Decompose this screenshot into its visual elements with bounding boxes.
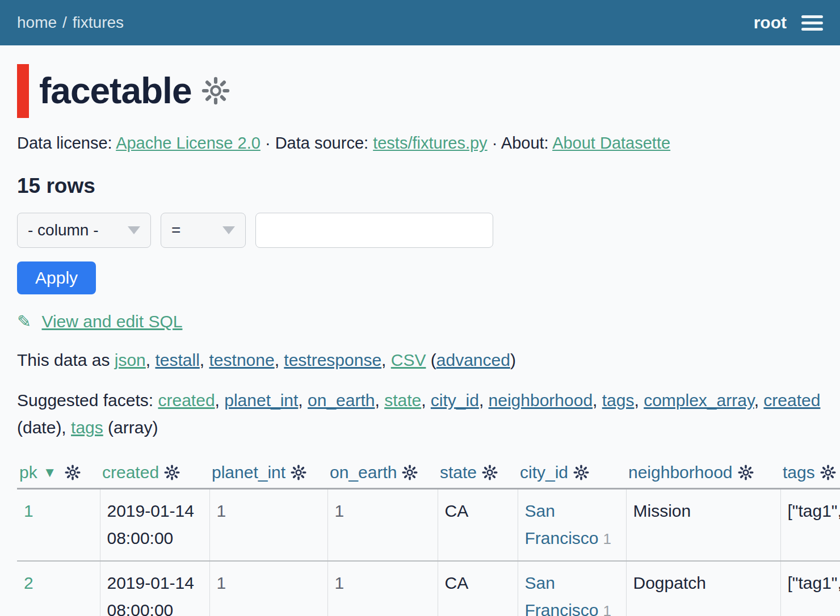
column-gear-icon-planet_int[interactable] xyxy=(290,464,307,481)
export-link-testall[interactable]: testall xyxy=(155,351,199,369)
column-header-neighborhood: neighborhood xyxy=(626,458,780,489)
apply-button[interactable]: Apply xyxy=(17,261,96,294)
cell-text-state: CA xyxy=(445,573,469,592)
cell-planet_int: 1 xyxy=(209,489,327,562)
column-header-planet_int: planet_int xyxy=(209,458,327,489)
facet-link-state[interactable]: state xyxy=(384,391,421,410)
cell-tags: ["tag1", "tag2"] xyxy=(780,489,840,562)
breadcrumb-fixtures-link[interactable]: fixtures xyxy=(73,14,124,32)
table-row: 22019-01-14 08:00:0011CASan Francisco1Do… xyxy=(17,561,840,616)
column-gear-icon-created[interactable] xyxy=(163,464,180,481)
cell-tags: ["tag1", "tag3"] xyxy=(780,561,840,616)
cell-created: 2019-01-14 08:00:00 xyxy=(100,561,209,616)
filter-operator-value: = xyxy=(171,221,180,239)
topbar: home / fixtures root xyxy=(0,0,840,45)
breadcrumb-home-link[interactable]: home xyxy=(17,14,57,32)
chevron-down-icon xyxy=(128,226,140,234)
facet-link-on_earth[interactable]: on_earth xyxy=(308,391,375,410)
export-line: This data as json, testall, testnone, te… xyxy=(17,351,823,370)
table-row: 12019-01-14 08:00:0011CASan Francisco1Mi… xyxy=(17,489,840,562)
facet-link-created[interactable]: created xyxy=(158,391,215,410)
export-link-csv[interactable]: CSV xyxy=(391,351,426,369)
facet-link-tags[interactable]: tags xyxy=(71,418,103,437)
pencil-icon: ✎ xyxy=(17,312,31,331)
column-sort-link-tags[interactable]: tags xyxy=(783,463,815,482)
cell-text-state: CA xyxy=(445,501,469,520)
column-sort-link-planet_int[interactable]: planet_int xyxy=(212,463,285,482)
column-gear-icon-neighborhood[interactable] xyxy=(737,464,754,481)
column-sort-link-created[interactable]: created xyxy=(102,463,159,482)
column-header-pk: pk▼ xyxy=(17,458,100,489)
column-sort-link-neighborhood[interactable]: neighborhood xyxy=(628,463,733,482)
cell-text-tags: ["tag1", "tag3"] xyxy=(788,573,840,592)
filter-column-select[interactable]: - column - xyxy=(17,213,151,248)
source-link[interactable]: tests/fixtures.py xyxy=(373,134,487,152)
facet-link-complex_array[interactable]: complex_array xyxy=(644,391,754,410)
cell-count-suffix: 1 xyxy=(603,530,611,547)
source-label: Data source: xyxy=(275,134,368,152)
cell-state: CA xyxy=(438,489,518,562)
breadcrumb-separator: / xyxy=(62,14,67,32)
facet-link-city_id[interactable]: city_id xyxy=(431,391,479,410)
export-link-testresponse[interactable]: testresponse xyxy=(284,351,381,369)
cell-on_earth: 1 xyxy=(327,561,438,616)
cell-state: CA xyxy=(438,561,518,616)
cell-text-planet_int: 1 xyxy=(217,501,226,520)
facet-link-neighborhood[interactable]: neighborhood xyxy=(489,391,593,410)
cell-text-neighborhood: Mission xyxy=(633,501,691,520)
export-link-json[interactable]: json xyxy=(115,351,146,369)
dot-separator: · xyxy=(265,134,271,152)
column-header-state: state xyxy=(438,458,518,489)
column-gear-icon-pk[interactable] xyxy=(64,464,81,481)
column-sort-link-city_id[interactable]: city_id xyxy=(520,463,568,482)
filter-operator-select[interactable]: = xyxy=(161,213,246,248)
cell-text-tags: ["tag1", "tag2"] xyxy=(788,501,840,520)
sort-desc-icon: ▼ xyxy=(43,465,57,480)
user-root-link[interactable]: root xyxy=(754,13,787,32)
export-link-testnone[interactable]: testnone xyxy=(209,351,275,369)
cell-pk: 1 xyxy=(17,489,100,562)
cell-text-created: 2019-01-14 08:00:00 xyxy=(107,573,194,616)
data-table: pk▼createdplanet_inton_earthstatecity_id… xyxy=(17,458,840,616)
table-header-row: pk▼createdplanet_inton_earthstatecity_id… xyxy=(17,458,840,489)
title-accent-bar xyxy=(17,64,29,118)
column-header-city_id: city_id xyxy=(518,458,626,489)
row-count-heading: 15 rows xyxy=(17,174,823,198)
column-gear-icon-tags[interactable] xyxy=(820,464,837,481)
column-sort-link-pk[interactable]: pk xyxy=(19,463,37,482)
main-content: facetable Data license: Apache License 2… xyxy=(0,64,840,616)
cell-link-city_id[interactable]: San Francisco xyxy=(525,501,599,547)
facets-prefix: Suggested facets: xyxy=(17,391,158,410)
view-edit-sql-link[interactable]: View and edit SQL xyxy=(41,312,182,331)
cell-link-city_id[interactable]: San Francisco xyxy=(525,573,599,616)
facet-link-created[interactable]: created xyxy=(763,391,820,410)
facet-link-planet_int[interactable]: planet_int xyxy=(224,391,298,410)
column-gear-icon-on_earth[interactable] xyxy=(401,464,418,481)
column-header-on_earth: on_earth xyxy=(327,458,438,489)
suggested-facets-line: Suggested facets: created, planet_int, o… xyxy=(17,387,823,441)
table-settings-gear-icon[interactable] xyxy=(200,75,231,106)
cell-city_id: San Francisco1 xyxy=(518,561,626,616)
facet-link-tags[interactable]: tags xyxy=(602,391,635,410)
cell-neighborhood: Dogpatch xyxy=(626,561,780,616)
about-link[interactable]: About Datasette xyxy=(552,134,670,152)
data-table-wrapper: pk▼createdplanet_inton_earthstatecity_id… xyxy=(17,458,840,616)
column-sort-link-on_earth[interactable]: on_earth xyxy=(330,463,397,482)
license-link[interactable]: Apache License 2.0 xyxy=(116,134,261,152)
cell-link-pk[interactable]: 1 xyxy=(24,501,33,520)
menu-icon[interactable] xyxy=(801,13,823,33)
cell-planet_int: 1 xyxy=(209,561,327,616)
chevron-down-icon xyxy=(222,226,235,234)
column-sort-link-state[interactable]: state xyxy=(440,463,477,482)
cell-link-pk[interactable]: 2 xyxy=(24,573,33,592)
column-gear-icon-state[interactable] xyxy=(481,464,498,481)
cell-on_earth: 1 xyxy=(327,489,438,562)
cell-pk: 2 xyxy=(17,561,100,616)
cell-count-suffix: 1 xyxy=(603,602,611,616)
filter-value-input[interactable] xyxy=(255,213,493,248)
export-link-advanced[interactable]: advanced xyxy=(436,351,510,369)
cell-text-on_earth: 1 xyxy=(335,501,345,520)
cell-text-neighborhood: Dogpatch xyxy=(633,573,706,592)
column-gear-icon-city_id[interactable] xyxy=(573,464,590,481)
filter-column-value: - column - xyxy=(28,221,98,239)
